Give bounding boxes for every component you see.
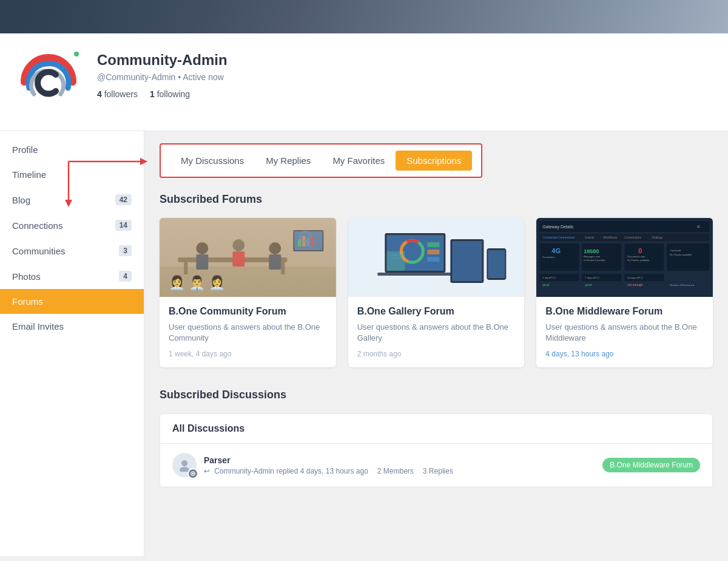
forum-card-middleware[interactable]: Gateway Details ≡ Connected Connections … [536,218,713,367]
forum-card-body: B.One Gallery Forum User questions & ans… [348,297,525,367]
svg-rect-32 [377,273,453,276]
svg-text:24 days kPl ⓘ: 24 days kPl ⓘ [628,276,644,279]
main-layout: Profile Timeline Blog 42 Connections 14 … [0,131,728,556]
svg-text:Connections: Connections [625,236,642,239]
banner [0,0,728,33]
svg-text:1 day kPl ⓘ: 1 day kPl ⓘ [543,276,556,279]
svg-rect-18 [298,239,301,246]
discussion-content: Parser ↩ Community-Admin replied 4 days,… [204,455,602,475]
sidebar-item-timeline[interactable]: Timeline [0,162,144,187]
forum-card-desc: User questions & answers about the B.One… [545,322,704,344]
svg-rect-34 [389,254,402,256]
profile-card: Community-Admin @Community-Admin • Activ… [0,33,728,131]
sidebar-item-label: Timeline [12,169,46,180]
svg-rect-35 [389,257,399,259]
svg-text:0: 0 [639,247,642,254]
sidebar-item-photos[interactable]: Photos 4 [0,264,144,289]
forum-card-time: 2 months ago [357,350,516,358]
forum-card-body: B.One Middleware Forum User questions & … [536,297,713,367]
svg-text:≡: ≡ [698,224,701,229]
subscription-icon [187,468,198,479]
svg-text:Documents sent: Documents sent [628,255,646,258]
content-area: My Discussions My Replies My Favorites S… [144,131,728,556]
following-link[interactable]: 1 following [150,89,190,99]
svg-rect-5 [160,218,335,267]
forum-card-desc: User questions & answers about the B.One… [169,322,327,344]
discussion-meta: ↩ Community-Admin replied 4 days, 13 hou… [204,467,602,475]
svg-text:Number of Received ●: Number of Received ● [670,284,695,287]
svg-rect-11 [196,254,208,270]
subscribed-discussions-heading: Subscribed Discussions [160,389,713,401]
forum-image-community [160,218,336,297]
svg-rect-6 [160,267,335,297]
svg-rect-4 [160,218,335,297]
svg-text:Workflows: Workflows [604,236,618,239]
online-indicator [73,50,80,58]
svg-text:Connection: Connection [543,256,555,259]
svg-point-78 [192,473,194,475]
svg-rect-30 [427,250,439,254]
discussions-box: All Discussions [160,413,713,488]
connections-badge: 14 [115,220,132,231]
discussion-members: 2 Members [377,467,414,475]
discussions-box-header: All Discussions [160,414,712,444]
tab-subscriptions[interactable]: Subscriptions [396,151,472,171]
discussion-reply-info: ↩ Community-Admin replied 4 days, 13 hou… [204,467,368,475]
forum-card-desc: User questions & answers about the B.One… [357,322,516,344]
svg-rect-13 [232,251,244,267]
tab-my-replies[interactable]: My Replies [255,151,322,171]
svg-text:Settings: Settings [652,236,664,239]
svg-point-12 [232,239,244,251]
profile-handle: @Community-Admin • Active now [97,72,228,82]
sidebar-item-communities[interactable]: Communities 3 [0,238,144,264]
sidebar-item-forums[interactable]: Forums [0,289,144,314]
svg-text:No Thanks available: No Thanks available [670,253,693,256]
svg-text:Threshold: Threshold [670,249,681,252]
forum-tag[interactable]: B.One Middleware Forum [602,458,700,472]
discussion-replies: 3 Replies [423,467,453,475]
sidebar-item-label: Email Invites [12,321,64,332]
forum-card-community[interactable]: B.One Community Forum User questions & a… [160,218,336,367]
forum-card-title: B.One Community Forum [169,306,327,317]
svg-text:Events: Events [585,236,595,239]
subscribed-discussions-section: Subscribed Discussions All Discussions [160,389,713,488]
svg-point-10 [196,242,208,254]
followers-link[interactable]: 4 followers [97,89,138,99]
avatar [12,46,85,118]
svg-text:not enough: not enough [628,283,643,287]
svg-text:Connected Connections: Connected Connections [543,236,576,239]
svg-text:4G: 4G [552,247,561,254]
svg-text:good: good [543,283,550,287]
profile-name: Community-Admin [97,52,228,69]
discussion-item: Parser ↩ Community-Admin replied 4 days,… [160,444,712,487]
sidebar-item-profile[interactable]: Profile [0,137,144,162]
svg-rect-17 [294,231,322,250]
svg-text:Messages sent: Messages sent [584,255,601,258]
tab-my-favorites[interactable]: My Favorites [322,151,396,171]
svg-rect-39 [488,250,505,278]
sidebar-item-label: Blog [12,195,30,205]
sidebar-item-blog[interactable]: Blog 42 [0,187,144,212]
sidebar-item-email-invites[interactable]: Email Invites [0,314,144,339]
svg-rect-31 [427,257,439,262]
photos-badge: 4 [119,271,132,282]
forum-card-title: B.One Gallery Forum [357,306,516,317]
subscribed-forums-heading: Subscribed Forums [160,193,713,206]
forum-card-body: B.One Community Forum User questions & a… [160,297,336,367]
tabs-container: My Discussions My Replies My Favorites S… [160,143,482,178]
forum-card-gallery[interactable]: B.One Gallery Forum User questions & ans… [348,218,525,367]
svg-rect-37 [452,241,482,281]
sidebar-item-label: Communities [12,246,66,256]
sidebar-item-label: Connections [12,220,62,231]
forum-card-time: 1 week, 4 days ago [169,350,327,358]
tab-my-discussions[interactable]: My Discussions [170,151,255,171]
profile-stats: 4 followers 1 following [97,89,228,99]
svg-rect-21 [311,235,314,246]
forum-image-middleware: Gateway Details ≡ Connected Connections … [536,218,713,297]
sidebar-item-connections[interactable]: Connections 14 [0,212,144,238]
forums-grid: B.One Community Forum User questions & a… [160,218,713,367]
profile-info: Community-Admin @Community-Admin • Activ… [97,46,228,99]
svg-rect-16 [293,230,323,251]
communities-badge: 3 [119,245,132,256]
svg-rect-9 [281,262,285,274]
